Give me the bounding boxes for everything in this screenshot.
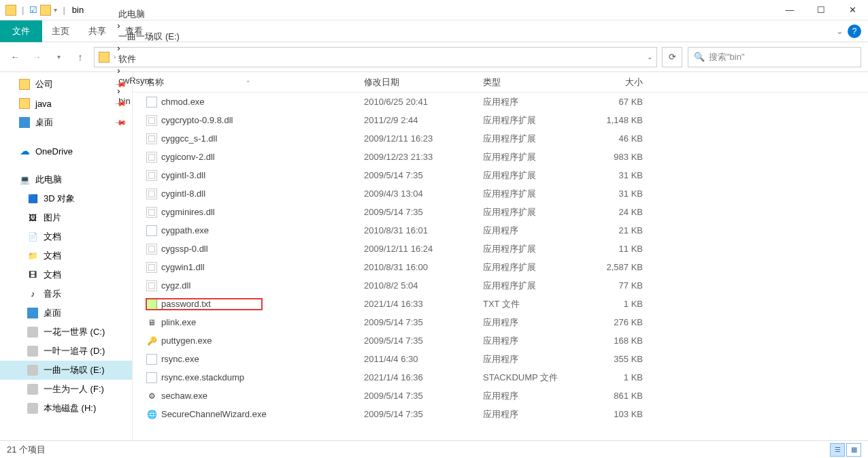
breadcrumb-segment[interactable]: 一曲一场叹 (E:): [117, 31, 181, 43]
up-button[interactable]: ↑: [72, 49, 88, 65]
column-name[interactable]: 名称⌃: [146, 76, 364, 88]
nav-drive-item[interactable]: 一生为一人 (F:): [0, 380, 132, 399]
chevron-right-icon[interactable]: ›: [117, 20, 120, 31]
nav-this-pc[interactable]: 💻 此电脑: [0, 170, 132, 189]
file-row[interactable]: 🌐SecureChannelWizard.exe2009/5/14 7:35应用…: [133, 405, 868, 423]
file-type: 应用程序扩展: [483, 280, 588, 292]
nav-pc-item[interactable]: 桌面: [0, 304, 132, 323]
file-row[interactable]: rsync.exe.stackdump2021/1/4 16:36STACKDU…: [133, 368, 868, 387]
details-view-button[interactable]: ☰: [830, 443, 845, 457]
forward-button[interactable]: →: [29, 49, 45, 65]
drive-icon: [27, 403, 38, 414]
tab-home[interactable]: 主页: [42, 20, 79, 42]
folder-icon: [5, 5, 16, 16]
file-size: 355 KB: [588, 354, 643, 364]
address-dropdown-icon[interactable]: ⌄: [647, 53, 652, 61]
checkbox-icon[interactable]: ☑: [29, 5, 37, 15]
file-name: plink.exe: [161, 317, 196, 327]
nav-pc-item[interactable]: 🟦3D 对象: [0, 189, 132, 208]
file-row[interactable]: chmod.exe2010/6/25 20:41应用程序67 KB: [133, 93, 868, 111]
nav-onedrive[interactable]: ☁ OneDrive: [0, 142, 132, 161]
desktop-icon: [19, 117, 30, 128]
qat-dropdown-icon[interactable]: ▾: [54, 6, 57, 14]
tab-share[interactable]: 共享: [79, 20, 116, 42]
file-size: 861 KB: [588, 391, 643, 401]
file-type: TXT 文件: [483, 298, 588, 310]
column-date[interactable]: 修改日期: [364, 76, 483, 88]
file-icon: [146, 97, 157, 108]
address-bar[interactable]: › 此电脑›一曲一场叹 (E:)›软件›cwRsync›bin ⌄: [94, 47, 657, 67]
minimize-button[interactable]: —: [774, 0, 805, 20]
refresh-button[interactable]: ⟳: [662, 47, 682, 67]
file-name: cygintl-3.dll: [161, 170, 205, 180]
expand-ribbon-icon[interactable]: ⌄: [836, 26, 844, 36]
file-row[interactable]: rsync.exe2011/4/4 6:30应用程序355 KB: [133, 350, 868, 368]
file-row[interactable]: cygcrypto-0.9.8.dll2011/2/9 2:44应用程序扩展1,…: [133, 111, 868, 129]
breadcrumb-segment[interactable]: 软件: [117, 53, 181, 65]
file-date: 2009/12/11 16:23: [364, 133, 483, 144]
help-icon[interactable]: ?: [848, 24, 861, 38]
nav-pc-item[interactable]: 📁文档: [0, 246, 132, 265]
file-list-pane: 名称⌃ 修改日期 类型 大小 chmod.exe2010/6/25 20:41应…: [133, 72, 868, 440]
file-row[interactable]: cygminires.dll2009/5/14 7:35应用程序扩展24 KB: [133, 203, 868, 221]
file-size: 2,587 KB: [588, 262, 643, 272]
nav-pc-item[interactable]: 📄文档: [0, 227, 132, 246]
file-row[interactable]: password.txt2021/1/4 16:33TXT 文件1 KB: [133, 295, 868, 313]
file-list[interactable]: chmod.exe2010/6/25 20:41应用程序67 KBcygcryp…: [133, 93, 868, 440]
nav-drive-item[interactable]: 本地磁盘 (H:): [0, 399, 132, 418]
chevron-right-icon[interactable]: ›: [117, 43, 120, 53]
nav-pc-item[interactable]: ♪音乐: [0, 284, 132, 304]
nav-label: 一曲一场叹 (E:): [44, 364, 105, 376]
file-row[interactable]: ⚙sechaw.exe2009/5/14 7:35应用程序861 KB: [133, 387, 868, 405]
file-row[interactable]: cygpath.exe2010/8/31 16:01应用程序21 KB: [133, 221, 868, 240]
file-size: 103 KB: [588, 409, 643, 419]
maximize-button[interactable]: ☐: [805, 0, 837, 20]
chevron-right-icon[interactable]: ›: [114, 53, 116, 61]
breadcrumb-segment[interactable]: 此电脑: [117, 8, 181, 20]
file-name: cygpath.exe: [161, 225, 209, 235]
nav-pc-item[interactable]: 🎞文档: [0, 265, 132, 284]
back-button[interactable]: ←: [7, 49, 23, 65]
tab-file[interactable]: 文件: [0, 20, 42, 42]
nav-drive-item[interactable]: 一叶一追寻 (D:): [0, 342, 132, 361]
file-row[interactable]: cygintl-8.dll2009/4/3 13:04应用程序扩展31 KB: [133, 184, 868, 203]
separator-icon: |: [63, 5, 65, 15]
onedrive-icon: ☁: [19, 146, 30, 157]
file-icon: 🖥: [146, 317, 157, 328]
file-name: rsync.exe: [161, 354, 199, 364]
navigation-pane[interactable]: 公司📌java📌桌面📌 ☁ OneDrive 💻 此电脑 🟦3D 对象🖼图片📄文…: [0, 72, 133, 440]
close-button[interactable]: ✕: [837, 0, 868, 20]
nav-quick-item[interactable]: 桌面📌: [0, 113, 132, 132]
nav-drive-item[interactable]: 一曲一场叹 (E:): [0, 361, 132, 380]
file-date: 2010/8/31 16:00: [364, 262, 483, 272]
recent-dropdown[interactable]: ▾: [50, 49, 67, 65]
nav-drive-item[interactable]: 一花一世界 (C:): [0, 323, 132, 342]
column-size[interactable]: 大小: [588, 76, 643, 88]
column-type[interactable]: 类型: [483, 76, 588, 88]
folder-icon: [40, 5, 51, 16]
file-row[interactable]: 🖥plink.exe2009/5/14 7:35应用程序276 KB: [133, 313, 868, 331]
file-row[interactable]: cygwin1.dll2010/8/31 16:00应用程序扩展2,587 KB: [133, 258, 868, 276]
file-row[interactable]: cygintl-3.dll2009/5/14 7:35应用程序扩展31 KB: [133, 166, 868, 184]
file-date: 2009/5/14 7:35: [364, 409, 483, 419]
column-headers[interactable]: 名称⌃ 修改日期 类型 大小: [133, 72, 868, 93]
file-name: cygcrypto-0.9.8.dll: [161, 115, 233, 125]
file-name: puttygen.exe: [161, 336, 212, 346]
file-row[interactable]: cygssp-0.dll2009/12/11 16:24应用程序扩展11 KB: [133, 240, 868, 258]
nav-pc-item[interactable]: 🖼图片: [0, 208, 132, 227]
file-row[interactable]: cygz.dll2010/8/2 5:04应用程序扩展77 KB: [133, 276, 868, 295]
file-row[interactable]: cygiconv-2.dll2009/12/23 21:33应用程序扩展983 …: [133, 148, 868, 166]
navigation-bar: ← → ▾ ↑ › 此电脑›一曲一场叹 (E:)›软件›cwRsync›bin …: [0, 42, 868, 72]
icons-view-button[interactable]: ▦: [846, 443, 861, 457]
file-type: 应用程序扩展: [483, 133, 588, 145]
file-name: cygintl-8.dll: [161, 189, 205, 199]
folder-icon: [19, 79, 30, 90]
nav-quick-item[interactable]: 公司📌: [0, 75, 132, 94]
nav-quick-item[interactable]: java📌: [0, 94, 132, 113]
file-row[interactable]: cyggcc_s-1.dll2009/12/11 16:23应用程序扩展46 K…: [133, 129, 868, 148]
file-type: 应用程序: [483, 335, 588, 347]
search-box[interactable]: 🔍 搜索"bin": [688, 47, 861, 67]
file-name: cygwin1.dll: [161, 262, 205, 272]
file-row[interactable]: 🔑puttygen.exe2009/5/14 7:35应用程序168 KB: [133, 331, 868, 350]
file-date: 2009/5/14 7:35: [364, 170, 483, 180]
